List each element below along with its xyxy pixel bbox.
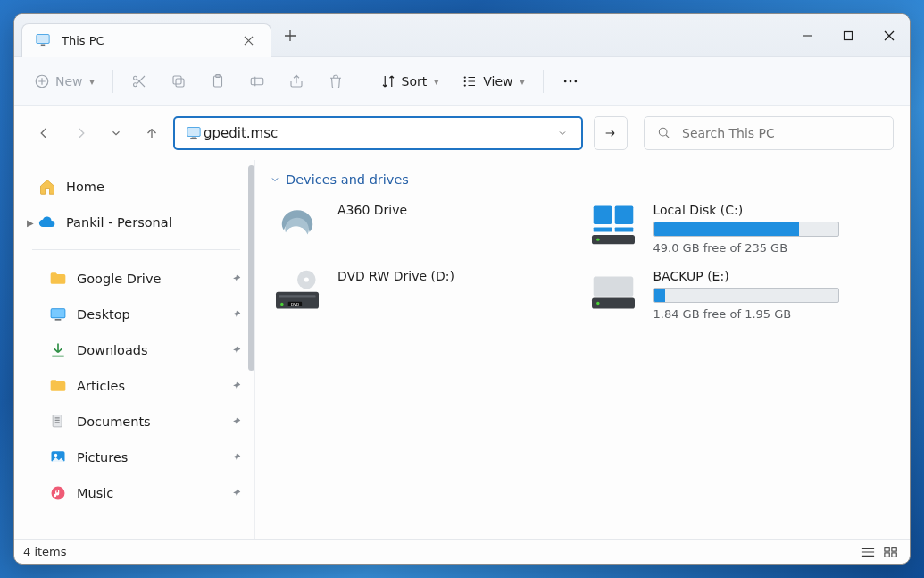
sidebar-item-google-drive[interactable]: Google Drive <box>21 261 251 297</box>
drive-local-c[interactable]: Local Disk (C:) 49.0 GB free of 235 GB <box>582 196 893 262</box>
drive-backup-e[interactable]: BACKUP (E:) 1.84 GB free of 1.95 GB <box>582 262 893 328</box>
dvd-drive-icon: DVD <box>271 269 323 312</box>
recent-locations-button[interactable] <box>102 119 130 147</box>
svg-point-36 <box>596 238 599 240</box>
sidebar-item-home[interactable]: Home <box>21 169 251 205</box>
more-button[interactable] <box>553 65 588 97</box>
titlebar: This PC <box>14 14 910 57</box>
drive-a360[interactable]: A360 Drive <box>266 196 577 262</box>
sidebar-item-downloads[interactable]: Downloads <box>21 332 251 368</box>
sidebar-item-label: Articles <box>77 379 125 393</box>
sidebar-item-pictures[interactable]: Pictures <box>21 440 251 475</box>
svg-rect-26 <box>55 319 62 321</box>
tab-this-pc[interactable]: This PC <box>21 23 271 57</box>
chevron-right-icon: ▶ <box>27 218 34 228</box>
sidebar-item-articles[interactable]: Articles <box>21 368 251 404</box>
search-input[interactable] <box>682 126 880 140</box>
up-button[interactable] <box>137 119 166 147</box>
copy-icon <box>171 73 187 89</box>
close-button[interactable] <box>869 18 910 54</box>
copy-button[interactable] <box>162 65 196 97</box>
content-pane: Devices and drives A360 Drive Local Di <box>255 160 910 539</box>
sidebar-item-documents[interactable]: Documents <box>21 404 251 440</box>
cut-button[interactable] <box>122 65 156 97</box>
pin-icon <box>229 487 242 499</box>
local-disk-icon <box>587 203 639 246</box>
sidebar-scrollbar[interactable] <box>248 165 254 371</box>
svg-rect-40 <box>279 295 315 297</box>
minimize-button[interactable] <box>787 18 828 54</box>
thumbnails-view-button[interactable] <box>881 544 901 560</box>
svg-rect-8 <box>176 79 184 87</box>
address-input[interactable] <box>204 125 551 141</box>
sort-button[interactable]: Sort ▾ <box>371 65 448 97</box>
chevron-down-icon: ▾ <box>520 77 525 87</box>
sidebar-item-label: Documents <box>77 415 151 429</box>
maximize-button[interactable] <box>828 18 869 54</box>
svg-rect-49 <box>885 552 889 556</box>
new-button[interactable]: New ▾ <box>25 65 104 97</box>
address-bar[interactable] <box>173 116 583 150</box>
drive-free-text: 1.84 GB free of 1.95 GB <box>653 307 839 321</box>
share-icon <box>288 73 304 89</box>
svg-point-23 <box>659 128 667 136</box>
sidebar-divider <box>32 249 240 250</box>
group-header-devices[interactable]: Devices and drives <box>270 172 892 187</box>
tab-close-button[interactable] <box>238 30 258 50</box>
rename-icon <box>249 73 265 89</box>
file-explorer-window: This PC New ▾ Sort <box>13 13 911 565</box>
drive-label: BACKUP (E:) <box>653 269 839 283</box>
view-icon <box>462 73 478 89</box>
forward-button[interactable] <box>66 119 95 147</box>
plus-circle-icon <box>34 73 50 89</box>
svg-point-46 <box>596 302 599 305</box>
monitor-icon <box>184 123 204 143</box>
pin-icon <box>229 308 242 321</box>
sidebar-item-label: Google Drive <box>77 272 161 286</box>
details-view-button[interactable] <box>858 544 878 560</box>
sidebar-item-label: Desktop <box>77 307 130 322</box>
delete-button[interactable] <box>319 65 353 97</box>
svg-point-16 <box>563 80 566 83</box>
capacity-bar <box>653 222 839 237</box>
svg-rect-2 <box>41 45 46 46</box>
svg-point-41 <box>280 303 283 306</box>
svg-rect-50 <box>892 552 896 556</box>
home-icon <box>37 177 57 197</box>
address-dropdown[interactable] <box>551 128 574 138</box>
toolbar: New ▾ Sort ▾ View ▾ <box>14 57 910 106</box>
tab-title: This PC <box>62 34 104 47</box>
go-button[interactable] <box>594 116 628 150</box>
paste-button[interactable] <box>201 65 235 97</box>
rename-button[interactable] <box>240 65 274 97</box>
share-button[interactable] <box>279 65 313 97</box>
sidebar-item-label: Home <box>66 180 104 194</box>
ellipsis-icon <box>562 72 579 90</box>
view-button[interactable]: View ▾ <box>453 65 533 97</box>
sidebar-item-onedrive[interactable]: ▶ Pankil - Personal <box>21 205 251 240</box>
chevron-down-icon: ▾ <box>434 77 438 87</box>
clipboard-icon <box>210 73 226 89</box>
new-tab-button[interactable] <box>275 21 305 51</box>
svg-text:DVD: DVD <box>291 302 300 306</box>
sidebar-item-music[interactable]: Music <box>21 475 251 511</box>
a360-icon <box>271 203 323 246</box>
sidebar-item-label: Pankil - Personal <box>66 215 172 230</box>
hdd-icon <box>587 269 639 312</box>
svg-rect-44 <box>593 277 633 297</box>
folder-icon <box>48 269 68 289</box>
nav-row <box>14 106 910 160</box>
drive-dvd[interactable]: DVD DVD RW Drive (D:) <box>266 262 577 328</box>
svg-point-18 <box>574 80 577 83</box>
svg-point-13 <box>464 76 466 78</box>
svg-rect-25 <box>52 309 65 317</box>
svg-rect-4 <box>845 31 853 39</box>
sort-icon <box>380 73 396 89</box>
search-box[interactable] <box>644 116 894 150</box>
svg-rect-20 <box>187 128 200 136</box>
sidebar-item-desktop[interactable]: Desktop <box>21 297 251 332</box>
drive-free-text: 49.0 GB free of 235 GB <box>653 241 839 255</box>
music-icon <box>48 483 68 503</box>
back-button[interactable] <box>30 119 59 147</box>
sort-label: Sort <box>402 74 428 88</box>
